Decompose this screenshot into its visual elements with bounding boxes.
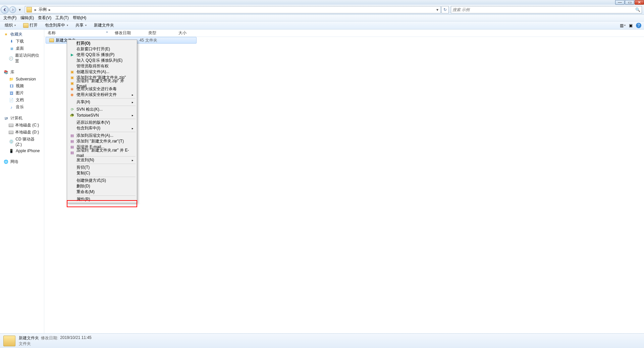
ctx-open[interactable]: 打开(O) bbox=[68, 41, 136, 46]
picture-icon: 🖼 bbox=[9, 91, 14, 96]
col-size[interactable]: 大小 bbox=[175, 29, 195, 37]
ctx-create-shortcut[interactable]: 创建快捷方式(S) bbox=[68, 178, 136, 183]
ctx-send-to[interactable]: 发送到(N) bbox=[68, 157, 136, 163]
menu-tools[interactable]: 工具(T) bbox=[53, 14, 70, 21]
sidebar-item-label: 图片 bbox=[16, 90, 24, 96]
ctx-create-zip[interactable]: ▣创建压缩文件(A)... bbox=[68, 69, 136, 75]
zip-icon: ▣ bbox=[69, 69, 75, 75]
ctx-huorong-shred[interactable]: ◉使用火绒安全粉碎文件 bbox=[68, 92, 136, 98]
tb-view-options[interactable]: ▥ bbox=[620, 23, 625, 28]
sidebar-item-documents[interactable]: 📄文档 bbox=[0, 97, 44, 104]
drive-icon bbox=[9, 131, 13, 134]
menu-edit[interactable]: 编辑(E) bbox=[18, 14, 36, 21]
col-date[interactable]: 修改日期 bbox=[111, 29, 145, 37]
sidebar-libraries[interactable]: 📚库 bbox=[0, 69, 44, 76]
tb-include-in-library[interactable]: 包含到库中 bbox=[43, 22, 70, 29]
ctx-add-to-rar-named[interactable]: ▤添加到 "新建文件夹.rar"(T) bbox=[68, 138, 136, 144]
sidebar-computer[interactable]: 🖳计算机 bbox=[0, 115, 44, 122]
sidebar-item-label: Apple iPhone bbox=[16, 149, 40, 153]
forward-button[interactable] bbox=[9, 6, 16, 13]
ctx-label: 使用火绒安全粉碎文件 bbox=[76, 92, 117, 98]
breadcrumb-folder[interactable]: 示例 bbox=[38, 7, 47, 12]
sidebar-item-label: 最近访问的位置 bbox=[15, 53, 41, 64]
ctx-qq-play[interactable]: ▶使用 QQ音乐 播放(P) bbox=[68, 52, 136, 58]
ctx-rename[interactable]: 重命名(M) bbox=[68, 189, 136, 195]
ctx-rar-email-named[interactable]: ▤压缩到 "新建文件夹.rar" 并 E-mail bbox=[68, 150, 136, 156]
ctx-separator bbox=[76, 132, 136, 132]
ctx-qq-queue[interactable]: 加入 QQ音乐 播放队列(E) bbox=[68, 58, 136, 63]
ctx-label: 属性(R) bbox=[76, 196, 90, 202]
minimize-button[interactable]: — bbox=[615, 0, 625, 5]
sidebar-favorites[interactable]: ★收藏夹 bbox=[0, 31, 44, 38]
tb-help[interactable]: ? bbox=[636, 23, 641, 28]
ctx-copy[interactable]: 复制(C) bbox=[68, 170, 136, 176]
drive-icon bbox=[9, 124, 13, 127]
col-name[interactable]: 名称 bbox=[44, 29, 111, 37]
status-date: 2019/10/21 11:45 bbox=[60, 335, 91, 341]
ctx-label: 管理员取得所有权 bbox=[76, 63, 109, 69]
ctx-svn-checkout[interactable]: ⟳SVN 检出(K)... bbox=[68, 107, 136, 112]
sidebar-libraries-label: 库 bbox=[10, 69, 14, 75]
sidebar-item-drive-d[interactable]: 本地磁盘 (D:) bbox=[0, 129, 44, 136]
preview-pane-icon: ▣ bbox=[629, 23, 633, 28]
ctx-huorong-scan[interactable]: ◉使用火绒安全进行杀毒 bbox=[68, 86, 136, 92]
ctx-zip-email[interactable]: ▣压缩到 "新建文件夹.zip" 并 Email bbox=[68, 80, 136, 86]
ctx-delete[interactable]: 删除(D) bbox=[68, 183, 136, 189]
sidebar-item-subversion[interactable]: 📁Subversion bbox=[0, 76, 44, 82]
zip-icon: ▣ bbox=[69, 75, 75, 80]
sidebar-item-pictures[interactable]: 🖼图片 bbox=[0, 90, 44, 97]
menu-help[interactable]: 帮助(H) bbox=[71, 14, 89, 21]
sidebar-item-drive-c[interactable]: 本地磁盘 (C:) bbox=[0, 122, 44, 129]
menu-view[interactable]: 查看(V) bbox=[36, 14, 53, 21]
ctx-open-new-window[interactable]: 在新窗口中打开(E) bbox=[68, 46, 136, 52]
sidebar-item-downloads[interactable]: ⬇下载 bbox=[0, 38, 44, 45]
breadcrumb-dropdown[interactable]: ▾ bbox=[434, 7, 440, 12]
ctx-label: 添加到 "新建文件夹.rar"(T) bbox=[76, 138, 124, 144]
ctx-label: 创建压缩文件(A)... bbox=[76, 69, 109, 75]
ctx-tortoisesvn[interactable]: 🐢TortoiseSVN bbox=[68, 112, 136, 118]
ctx-include-in-library[interactable]: 包含到库中(I) bbox=[68, 125, 136, 131]
nav-history-dropdown[interactable]: ▾ bbox=[17, 7, 23, 12]
tb-new-folder[interactable]: 新建文件夹 bbox=[92, 22, 116, 29]
back-arrow-icon bbox=[3, 8, 6, 11]
ctx-properties[interactable]: 属性(R) bbox=[68, 196, 136, 202]
sidebar-item-videos[interactable]: 🎞视频 bbox=[0, 82, 44, 90]
back-button[interactable] bbox=[1, 6, 9, 14]
sidebar-network[interactable]: 🌐网络 bbox=[0, 158, 44, 165]
ctx-cut[interactable]: 剪切(T) bbox=[68, 165, 136, 170]
menu-file[interactable]: 文件(F) bbox=[1, 14, 18, 21]
search-input[interactable] bbox=[452, 7, 635, 12]
search-box[interactable]: 🔍 bbox=[451, 6, 642, 13]
ctx-label: 压缩到 "新建文件夹.rar" 并 E-mail bbox=[76, 148, 129, 158]
maximize-button[interactable]: ▭ bbox=[625, 0, 634, 5]
ctx-add-to-rar[interactable]: ▤添加到压缩文件(A)... bbox=[68, 133, 136, 138]
tb-preview-pane[interactable]: ▣ bbox=[628, 23, 633, 28]
close-button[interactable]: ✕ bbox=[635, 0, 644, 5]
ctx-admin-ownership[interactable]: 管理员取得所有权 bbox=[68, 63, 136, 69]
refresh-button[interactable]: ↻ bbox=[441, 6, 449, 13]
tb-organize[interactable]: 组织 bbox=[3, 22, 18, 29]
rar-icon: ▤ bbox=[69, 150, 75, 156]
ctx-share[interactable]: 共享(H) bbox=[68, 99, 136, 105]
tb-open[interactable]: 打开 bbox=[21, 22, 40, 29]
sidebar-item-cd-drive[interactable]: 💿CD 驱动器 (Z:) bbox=[0, 136, 44, 148]
sidebar-item-music[interactable]: ♪音乐 bbox=[0, 104, 44, 111]
col-type[interactable]: 类型 bbox=[145, 29, 175, 37]
tb-share[interactable]: 共享 bbox=[73, 22, 89, 29]
breadcrumb-arrow[interactable]: ▸ bbox=[33, 7, 38, 12]
tb-share-label: 共享 bbox=[75, 22, 84, 28]
rar-icon: ▤ bbox=[69, 133, 75, 138]
rar-icon: ▤ bbox=[69, 144, 75, 150]
breadcrumb[interactable]: ▸ 示例 ▸ ▾ bbox=[25, 6, 441, 13]
sidebar-item-recent[interactable]: 🕘最近访问的位置 bbox=[0, 52, 44, 65]
folder-icon bbox=[49, 39, 54, 42]
ctx-label: 加入 QQ音乐 播放队列(E) bbox=[76, 58, 122, 63]
search-icon[interactable]: 🔍 bbox=[635, 7, 640, 12]
sidebar-item-desktop[interactable]: 🖥桌面 bbox=[0, 45, 44, 52]
ctx-separator bbox=[76, 98, 136, 99]
ctx-label: 在新窗口中打开(E) bbox=[76, 46, 110, 52]
ctx-restore-previous[interactable]: 还原以前的版本(V) bbox=[68, 120, 136, 125]
breadcrumb-arrow[interactable]: ▸ bbox=[47, 7, 52, 12]
sidebar-item-iphone[interactable]: 📱Apple iPhone bbox=[0, 148, 44, 154]
file-type: 文件夹 bbox=[145, 38, 157, 43]
